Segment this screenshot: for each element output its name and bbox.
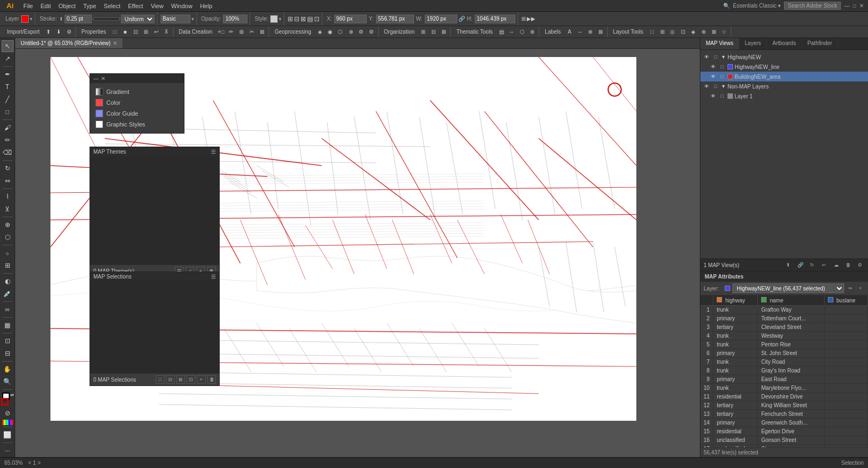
width-tool[interactable]: ⊻ xyxy=(2,203,14,215)
menu-edit[interactable]: Edit xyxy=(37,2,54,10)
eraser-tool[interactable]: ⌫ xyxy=(2,147,14,159)
pen-tool[interactable]: ✒ xyxy=(2,68,14,80)
table-row[interactable]: 10 trunk Marylebone Flyo... xyxy=(700,384,868,393)
layer-lock-hline[interactable]: □ xyxy=(718,63,726,71)
table-row[interactable]: 4 trunk Westway xyxy=(700,332,868,340)
layer-1[interactable]: 👁 □ Layer 1 xyxy=(700,91,868,101)
more-tools[interactable]: ··· xyxy=(2,445,14,457)
selection-tool[interactable]: ↖ xyxy=(2,40,14,52)
mv-back-btn[interactable]: ↩ xyxy=(819,261,829,269)
lt-btn4[interactable]: ⊡ xyxy=(678,27,688,37)
maximize-button[interactable]: □ xyxy=(853,3,856,9)
layer-building-area[interactable]: 👁 □ BuildingNEW_area xyxy=(700,72,868,81)
geo-btn2[interactable]: ◉ xyxy=(326,27,335,37)
menu-effect[interactable]: Effect xyxy=(125,2,146,10)
dc-btn2[interactable]: ✏ xyxy=(226,27,236,37)
x-input[interactable] xyxy=(334,15,367,23)
dc-btn3[interactable]: ⊞ xyxy=(237,27,246,37)
table-row[interactable]: 9 primary East Road xyxy=(700,375,868,384)
dc-btn5[interactable]: ⊠ xyxy=(257,27,267,37)
perspective-tool[interactable]: ⬦ xyxy=(2,247,14,259)
lt-btn8[interactable]: ☆ xyxy=(719,27,729,37)
col-header-highway[interactable]: highway xyxy=(713,295,758,306)
align-icon1[interactable]: ⊞ xyxy=(288,15,293,23)
paintbrush-tool[interactable]: 🖌 xyxy=(2,122,14,134)
search-stock-input[interactable]: Search Adobe Stock xyxy=(784,2,841,10)
layer-attr-dropdown[interactable]: HighwayNEW_line (56,437 selected) xyxy=(732,283,844,293)
lt-btn3[interactable]: ◎ xyxy=(668,27,678,37)
col-header-buslane[interactable]: buslane xyxy=(825,295,868,306)
sel-del-btn[interactable]: 🗑 xyxy=(207,375,216,384)
lt-btn2[interactable]: ⊞ xyxy=(658,27,667,37)
table-row[interactable]: 14 primary Greenwich South... xyxy=(700,419,868,427)
swap-icon[interactable]: ⇄ xyxy=(10,393,14,397)
stroke-color-indicator[interactable] xyxy=(21,15,29,23)
layer-lock-highway[interactable]: □ xyxy=(712,53,719,61)
col-header-name[interactable]: name xyxy=(758,295,825,306)
layer-lock-nonmap[interactable]: □ xyxy=(712,83,719,90)
sel-add-btn[interactable]: □ xyxy=(156,375,164,384)
more-icon1[interactable]: ⊞ xyxy=(521,16,526,22)
table-row[interactable]: 15 residential Egerton Drive xyxy=(700,427,868,436)
mv-link-btn[interactable]: 🔗 xyxy=(795,261,805,269)
table-row[interactable]: 11 residential Devonshire Drive xyxy=(700,393,868,401)
geo-btn6[interactable]: ⚙ xyxy=(367,27,376,37)
table-row[interactable]: 3 tertiary Cleveland Street xyxy=(700,323,868,332)
menu-type[interactable]: Type xyxy=(80,2,100,10)
lt-btn7[interactable]: ⊠ xyxy=(709,27,719,37)
type-tool[interactable]: T xyxy=(2,81,14,93)
lbl-btn2[interactable]: ↔ xyxy=(575,27,585,37)
tab-artboards[interactable]: Artboards xyxy=(767,38,802,49)
lt-btn6[interactable]: ⊕ xyxy=(699,27,709,37)
prop-btn4[interactable]: ⊞ xyxy=(141,27,151,37)
sel-new-btn[interactable]: + xyxy=(197,375,206,384)
brush-input[interactable] xyxy=(161,15,190,23)
sel-copy-btn[interactable]: ⊡ xyxy=(187,375,195,384)
dc-btn1[interactable]: +□ xyxy=(216,27,226,37)
mv-share-btn[interactable]: ⬆ xyxy=(783,261,793,269)
line-tool[interactable]: ╱ xyxy=(2,93,14,105)
pencil-tool[interactable]: ✏ xyxy=(2,134,14,146)
align-icon5[interactable]: ⊡ xyxy=(314,15,320,23)
change-screen-mode[interactable]: ⬜ xyxy=(2,429,14,441)
close-button[interactable]: ✕ xyxy=(859,3,864,9)
layer-eye-highway[interactable]: 👁 xyxy=(703,53,710,61)
slice-tool[interactable]: ⊟ xyxy=(2,347,14,359)
mv-settings-btn[interactable]: ⚙ xyxy=(855,261,865,269)
export-btn[interactable]: ⬇ xyxy=(54,27,63,37)
blend-tool[interactable]: ∞ xyxy=(2,303,14,315)
org-btn2[interactable]: ⊟ xyxy=(429,27,438,37)
layer-group-highway[interactable]: 👁 □ ▼ HighwayNEW xyxy=(700,52,868,62)
direct-selection-tool[interactable]: ↗ xyxy=(2,53,14,65)
prop-btn1[interactable]: □ xyxy=(110,27,120,37)
align-icon2[interactable]: ⊟ xyxy=(294,15,299,23)
rect-tool[interactable]: □ xyxy=(2,106,14,118)
th-btn1[interactable]: ▤ xyxy=(496,27,506,37)
prop-btn2[interactable]: ■ xyxy=(120,27,130,37)
th-btn2[interactable]: ↔ xyxy=(507,27,516,37)
shape-builder-tool[interactable]: ⊕ xyxy=(2,219,14,231)
stroke-width-arrows[interactable]: ⬆ xyxy=(59,16,63,22)
table-row[interactable]: 2 primary Tottenham Court... xyxy=(700,314,868,323)
color-guide-item[interactable]: Color Guide xyxy=(93,108,181,119)
lt-btn5[interactable]: ◈ xyxy=(688,27,698,37)
more-icon2[interactable]: ▶▶ xyxy=(527,16,535,22)
org-btn1[interactable]: ⊞ xyxy=(418,27,428,37)
gradient-tool[interactable]: ◐ xyxy=(2,275,14,287)
import-btn[interactable]: ⬆ xyxy=(43,27,53,37)
attr-add-btn[interactable]: + xyxy=(856,284,865,293)
h-input[interactable] xyxy=(475,15,515,23)
tab-map-views[interactable]: MAP Views xyxy=(700,38,739,49)
live-paint-tool[interactable]: ⬡ xyxy=(2,231,14,243)
geo-btn1[interactable]: ◈ xyxy=(315,27,325,37)
color-ramp[interactable] xyxy=(2,420,13,425)
attr-edit-btn[interactable]: ✏ xyxy=(846,284,855,293)
geo-btn4[interactable]: ⊕ xyxy=(346,27,356,37)
constrain-icon[interactable]: 🔗 xyxy=(458,16,465,22)
layer-eye-barea[interactable]: 👁 xyxy=(709,73,717,80)
minimize-button[interactable]: — xyxy=(844,3,850,9)
zoom-tool[interactable]: 🔍 xyxy=(2,376,14,388)
brush-dropdown[interactable]: ▾ xyxy=(192,16,194,22)
menu-view[interactable]: View xyxy=(148,2,167,10)
layer-lock-l1[interactable]: □ xyxy=(718,92,726,100)
